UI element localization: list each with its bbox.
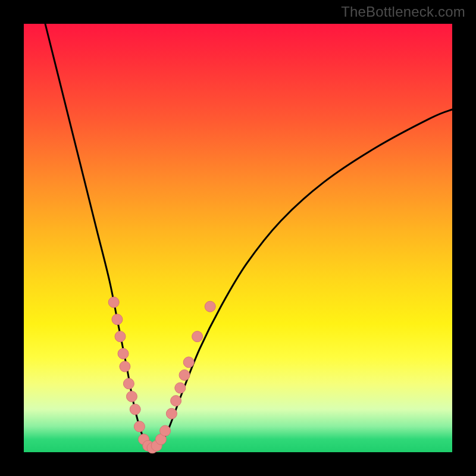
data-marker (179, 369, 190, 380)
data-marker (160, 425, 171, 436)
bottleneck-curve (45, 24, 452, 450)
data-marker (115, 331, 126, 342)
data-marker (123, 378, 134, 389)
data-marker (171, 396, 181, 406)
data-marker (108, 297, 119, 308)
data-marker (175, 383, 186, 393)
chart-frame: TheBottleneck.com (0, 0, 476, 476)
watermark-text: TheBottleneck.com (341, 4, 465, 20)
data-marker (126, 391, 137, 402)
data-marker (192, 331, 203, 342)
data-marker (118, 348, 129, 359)
data-marker (205, 301, 215, 312)
data-markers (108, 297, 215, 453)
data-marker (166, 408, 177, 419)
data-marker (183, 357, 194, 368)
plot-area (24, 24, 452, 452)
curve-svg (24, 24, 452, 452)
data-marker (112, 314, 123, 325)
data-marker (120, 361, 130, 372)
data-marker (130, 404, 140, 415)
data-marker (134, 421, 145, 432)
